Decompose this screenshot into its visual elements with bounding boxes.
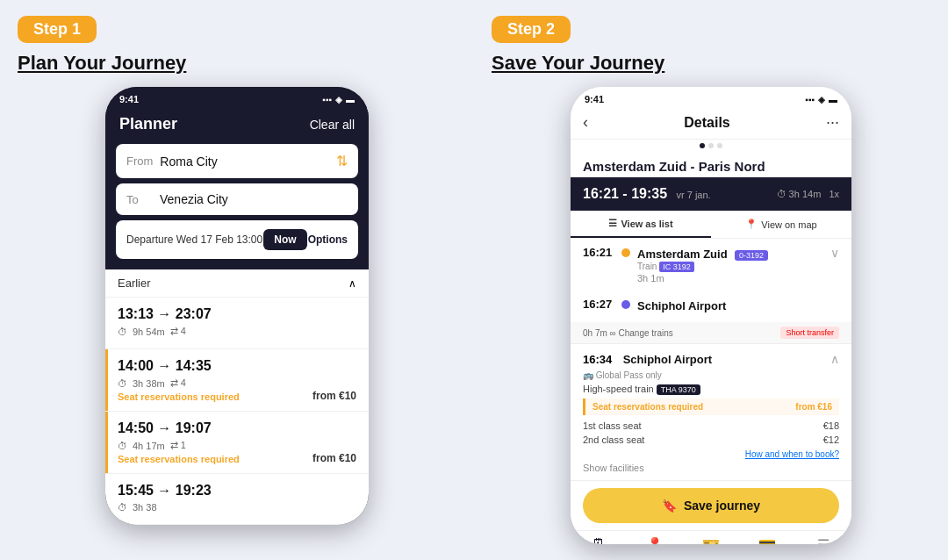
clear-all-button[interactable]: Clear all bbox=[310, 118, 355, 132]
to-value: Venezia City bbox=[160, 192, 348, 206]
my-pass-nav-icon: 💳 bbox=[758, 536, 776, 544]
clock-icon-4: ⏱ bbox=[118, 502, 127, 513]
class-2nd-price: €12 bbox=[823, 434, 839, 445]
clock-icon-2: ⏱ bbox=[118, 378, 127, 389]
list-icon: ☰ bbox=[608, 218, 617, 229]
to-field[interactable]: To Venezia City bbox=[116, 183, 358, 215]
view-list-button[interactable]: ☰ View as list bbox=[571, 211, 711, 238]
expand-icon[interactable]: ∨ bbox=[830, 246, 839, 260]
page-indicators bbox=[571, 140, 851, 152]
signal-icon-2: ▪▪▪ bbox=[805, 95, 815, 104]
journey-duration-1: 9h 54m bbox=[133, 327, 165, 337]
status-bar-1: 9:41 ▪▪▪ ◈ ▬ bbox=[105, 87, 369, 108]
stop-time-amsterdam: 16:21 bbox=[583, 246, 614, 259]
clock-icon-3: ⏱ bbox=[118, 441, 127, 451]
view-list-label: View as list bbox=[621, 219, 672, 229]
nav-planner[interactable]: 🗓 Planner bbox=[571, 536, 627, 544]
stations-nav-icon: 📍 bbox=[646, 536, 664, 544]
stop-name-schiphol-1: Schiphol Airport bbox=[637, 299, 726, 312]
price-row-2nd: 2nd class seat €12 bbox=[583, 433, 839, 447]
how-when-book-link[interactable]: How and when to book? bbox=[583, 449, 839, 459]
stop-row-schiphol-1: 16:27 Schiphol Airport bbox=[583, 298, 839, 313]
journey-meta-3: ⏱ 4h 17m ⇄ 1 bbox=[118, 440, 240, 451]
short-transfer-badge: Short transfer bbox=[780, 327, 839, 339]
status-icons-1: ▪▪▪ ◈ ▬ bbox=[322, 95, 355, 104]
route-name-text: Amsterdam Zuid - Paris Nord bbox=[583, 159, 839, 174]
journey-transfers-2: ⇄ 4 bbox=[170, 377, 186, 389]
journey-item-4[interactable]: 15:45 → 19:23 ⏱ 3h 38 bbox=[105, 474, 369, 525]
journey-meta-1: ⏱ 9h 54m ⇄ 4 bbox=[118, 326, 356, 337]
journey-time-3: 14:50 → 19:07 bbox=[118, 420, 240, 436]
class-1st-label: 1st class seat bbox=[583, 420, 642, 431]
bottom-nav: 🗓 Planner 📍 Stations 🎫 My Trip 💳 My Pass… bbox=[571, 530, 851, 544]
earlier-row[interactable]: Earlier ∧ bbox=[105, 269, 369, 298]
journey-item-1[interactable]: 13:13 → 23:07 ⏱ 9h 54m ⇄ 4 bbox=[105, 298, 369, 349]
indicator-3 bbox=[717, 143, 722, 148]
status-time-1: 9:41 bbox=[119, 94, 139, 104]
status-bar-2: 9:41 ▪▪▪ ◈ ▬ bbox=[571, 87, 851, 108]
clock-icon: ⏱ bbox=[118, 327, 127, 337]
step2-title: Save Your Journey bbox=[492, 52, 664, 75]
route-times-value: 16:21 - 19:35 bbox=[583, 186, 667, 201]
show-facilities-link[interactable]: Show facilities bbox=[583, 463, 839, 473]
back-button[interactable]: ‹ bbox=[583, 113, 588, 132]
planner-fields: From Roma City ⇅ To Venezia City Departu… bbox=[105, 144, 369, 269]
signal-icon: ▪▪▪ bbox=[322, 95, 332, 104]
from-value: Roma City bbox=[160, 154, 329, 169]
route-times-bar: 16:21 - 19:35 vr 7 jan. ⏱ 3h 14m 1x bbox=[571, 177, 851, 211]
details-header: ‹ Details ··· bbox=[571, 108, 851, 140]
journey-row-flex-3: 14:50 → 19:07 ⏱ 4h 17m ⇄ 1 Seat reservat… bbox=[118, 420, 356, 464]
schiphol-section: 16:34 Schiphol Airport ∧ 🚌 Global Pass o… bbox=[571, 343, 851, 480]
nav-my-pass[interactable]: 💳 My Pass bbox=[739, 536, 795, 544]
journey-time-4: 15:45 → 19:23 bbox=[118, 483, 356, 499]
options-button[interactable]: Options bbox=[308, 233, 348, 246]
journey-price-2: from €10 bbox=[312, 390, 356, 402]
indicator-2 bbox=[708, 143, 714, 148]
journey-meta-4: ⏱ 3h 38 bbox=[118, 502, 356, 513]
transfer-text: 0h 7m ∞ Change trains bbox=[583, 328, 673, 338]
journey-duration-3: 4h 17m bbox=[133, 441, 165, 451]
train-info: High-speed train THA 9370 bbox=[583, 384, 839, 395]
nav-my-trip[interactable]: 🎫 My Trip bbox=[683, 536, 739, 544]
journey-duration-4: 3h 38 bbox=[133, 502, 157, 513]
earlier-label: Earlier bbox=[118, 276, 151, 290]
save-journey-button[interactable]: 🔖 Save journey bbox=[583, 488, 839, 523]
view-map-label: View on map bbox=[761, 219, 816, 230]
journey-item-2[interactable]: 14:00 → 14:35 ⏱ 3h 38m ⇄ 4 Seat reservat… bbox=[105, 349, 369, 412]
class-1st-price: €18 bbox=[823, 420, 839, 431]
more-nav-icon: ☰ bbox=[817, 536, 830, 544]
thalys-tag: THA 9370 bbox=[657, 384, 700, 395]
battery-icon-2: ▬ bbox=[829, 95, 837, 104]
stop-dot-schiphol-1 bbox=[621, 300, 630, 309]
nav-more[interactable]: ☰ More bbox=[795, 536, 851, 544]
price-row-1st: 1st class seat €18 bbox=[583, 419, 839, 433]
stop-info-amsterdam: Amsterdam Zuid 0-3192 Train IC 3192 3h 1… bbox=[637, 246, 823, 284]
journey-list: Earlier ∧ 13:13 → 23:07 ⏱ 9h 54m ⇄ 4 14:… bbox=[105, 269, 369, 525]
step1-panel: Step 1 Plan Your Journey 9:41 ▪▪▪ ◈ ▬ Pl… bbox=[0, 0, 474, 560]
journey-price-3: from €10 bbox=[312, 452, 356, 464]
stop-schiphol-first: 16:27 Schiphol Airport bbox=[571, 296, 851, 322]
planner-header: Planner Clear all bbox=[105, 108, 369, 144]
journey-item-3[interactable]: 14:50 → 19:07 ⏱ 4h 17m ⇄ 1 Seat reservat… bbox=[105, 412, 369, 474]
seat-warning-3: Seat reservations required bbox=[118, 454, 240, 464]
collapse-icon[interactable]: ∧ bbox=[830, 352, 839, 366]
from-field[interactable]: From Roma City ⇅ bbox=[116, 144, 358, 178]
planner-title: Planner bbox=[119, 115, 177, 133]
journey-meta-2: ⏱ 3h 38m ⇄ 4 bbox=[118, 377, 240, 389]
more-options-button[interactable]: ··· bbox=[826, 113, 839, 132]
global-pass-label: 🚌 Global Pass only bbox=[583, 370, 839, 380]
schiphol-time-name: 16:34 Schiphol Airport bbox=[583, 351, 712, 367]
details-title: Details bbox=[684, 115, 729, 131]
now-button[interactable]: Now bbox=[263, 229, 306, 250]
phone2-mockup: 9:41 ▪▪▪ ◈ ▬ ‹ Details ··· Amsterdam Zui… bbox=[571, 87, 851, 544]
schiphol-time: 16:34 bbox=[583, 353, 612, 366]
view-map-button[interactable]: 📍 View on map bbox=[711, 211, 851, 238]
journey-time-1: 13:13 → 23:07 bbox=[118, 306, 356, 322]
departure-text: Departure Wed 17 Feb 13:00 bbox=[126, 233, 262, 246]
schiphol-header: 16:34 Schiphol Airport ∧ bbox=[583, 351, 839, 367]
earlier-chevron-icon: ∧ bbox=[348, 277, 356, 290]
step1-title: Plan Your Journey bbox=[18, 52, 186, 75]
swap-icon[interactable]: ⇅ bbox=[336, 153, 348, 169]
nav-stations[interactable]: 📍 Stations bbox=[627, 536, 683, 544]
view-toggle: ☰ View as list 📍 View on map bbox=[571, 211, 851, 239]
